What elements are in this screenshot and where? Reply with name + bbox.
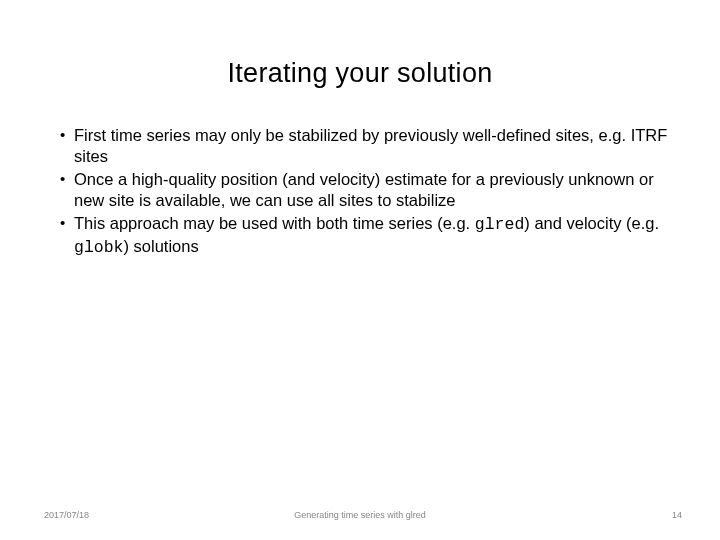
footer-page-number: 14 xyxy=(672,510,682,520)
footer-date: 2017/07/18 xyxy=(44,510,89,520)
bullet-item: This approach may be used with both time… xyxy=(60,213,678,257)
bullet-text-mid: ) and velocity (e.g. xyxy=(524,214,659,232)
code-text: globk xyxy=(74,238,124,257)
bullet-text: Once a high-quality position (and veloci… xyxy=(74,170,654,209)
footer-center-text: Generating time series with glred xyxy=(294,510,426,520)
bullet-text-pre: This approach may be used with both time… xyxy=(74,214,475,232)
bullet-item: Once a high-quality position (and veloci… xyxy=(60,169,678,211)
bullet-list: First time series may only be stabilized… xyxy=(60,125,678,258)
bullet-item: First time series may only be stabilized… xyxy=(60,125,678,167)
bullet-text: First time series may only be stabilized… xyxy=(74,126,667,165)
code-text: glred xyxy=(475,215,525,234)
slide-content: First time series may only be stabilized… xyxy=(0,125,720,258)
bullet-text-post: ) solutions xyxy=(124,237,199,255)
slide-title: Iterating your solution xyxy=(0,58,720,89)
